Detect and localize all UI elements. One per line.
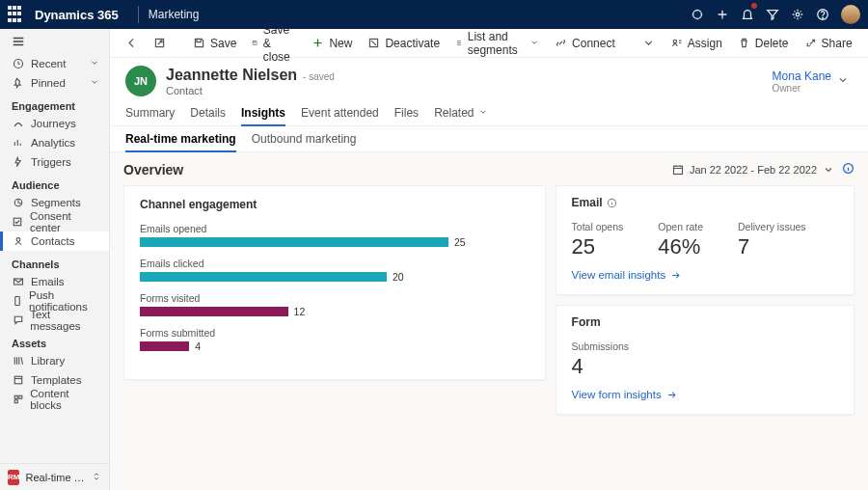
stat-label: Delivery issues bbox=[738, 221, 806, 232]
record-header: JN Jeannette Nielsen - saved Contact Mon… bbox=[110, 58, 868, 100]
user-avatar[interactable] bbox=[841, 5, 860, 24]
tab-events[interactable]: Event attended bbox=[301, 100, 379, 125]
lightbulb-icon[interactable] bbox=[685, 0, 710, 29]
info-icon[interactable] bbox=[607, 198, 617, 208]
help-icon[interactable] bbox=[810, 0, 835, 29]
arrow-right-icon bbox=[670, 270, 681, 281]
email-icon bbox=[12, 276, 25, 287]
delete-button[interactable]: Delete bbox=[732, 30, 795, 57]
svg-rect-20 bbox=[673, 166, 682, 174]
chevron-down-icon bbox=[478, 106, 488, 120]
sidebar-item-analytics[interactable]: Analytics bbox=[0, 133, 109, 152]
chevron-up-down-icon bbox=[92, 472, 101, 483]
sidebar-item-label: Segments bbox=[31, 197, 81, 208]
area-switcher[interactable]: RM Real-time marketi.. bbox=[0, 463, 109, 490]
overview-title: Overview bbox=[123, 162, 183, 177]
view-email-insights-link[interactable]: View email insights bbox=[572, 269, 838, 281]
bell-icon[interactable] bbox=[735, 0, 760, 29]
chart-bar-row: Forms visited12 bbox=[140, 292, 529, 317]
insights-body: Overview Jan 22 2022 - Feb 22 2022 Chann… bbox=[110, 152, 868, 490]
gear-icon[interactable] bbox=[785, 0, 810, 29]
plus-icon[interactable] bbox=[710, 0, 735, 29]
new-button[interactable]: New bbox=[306, 30, 358, 57]
tab-files[interactable]: Files bbox=[394, 100, 419, 125]
app-launcher-icon[interactable] bbox=[8, 6, 25, 23]
sidebar-item-emails[interactable]: Emails bbox=[0, 272, 109, 291]
sidebar-item-templates[interactable]: Templates bbox=[0, 370, 109, 390]
chart-bar bbox=[140, 307, 288, 316]
sidebar-item-label: Emails bbox=[31, 276, 65, 287]
connect-split-button[interactable] bbox=[637, 30, 661, 57]
sidebar-item-journeys[interactable]: Journeys bbox=[0, 114, 109, 133]
tab-insights[interactable]: Insights bbox=[241, 100, 285, 125]
chart-bar bbox=[140, 272, 387, 282]
chart-bar-value: 20 bbox=[393, 271, 404, 283]
sidebar-item-blocks[interactable]: Content blocks bbox=[0, 390, 109, 409]
owner-field[interactable]: Mona Kane Owner bbox=[773, 69, 853, 94]
sidebar-item-label: Contacts bbox=[31, 235, 74, 247]
segments-icon bbox=[12, 197, 25, 208]
back-button[interactable] bbox=[120, 30, 144, 57]
sidebar-item-consent[interactable]: Consent center bbox=[0, 212, 109, 231]
svg-rect-12 bbox=[18, 395, 21, 398]
clock-icon bbox=[12, 58, 25, 69]
connect-button[interactable]: Connect bbox=[549, 30, 621, 57]
saved-indicator: - saved bbox=[303, 71, 335, 82]
svg-point-16 bbox=[673, 40, 676, 42]
open-new-window-button[interactable] bbox=[148, 30, 172, 57]
deactivate-button[interactable]: Deactivate bbox=[362, 30, 446, 57]
sidebar-item-label: Analytics bbox=[31, 137, 75, 149]
sidebar-recent[interactable]: Recent bbox=[0, 54, 109, 73]
sidebar-item-triggers[interactable]: Triggers bbox=[0, 152, 109, 172]
subtab-rtm[interactable]: Real-time marketing bbox=[125, 126, 236, 151]
svg-rect-13 bbox=[14, 400, 17, 403]
chart-bar-label: Emails opened bbox=[140, 223, 529, 234]
view-form-insights-link[interactable]: View form insights bbox=[572, 389, 838, 400]
sidebar-item-segments[interactable]: Segments bbox=[0, 193, 109, 212]
sidebar-group-engagement: Engagement bbox=[0, 96, 109, 114]
sidebar-label: Recent bbox=[31, 58, 66, 69]
area-badge: RM bbox=[8, 470, 19, 485]
sidebar-group-assets: Assets bbox=[0, 334, 109, 351]
header-divider bbox=[138, 6, 139, 23]
sms-icon bbox=[12, 314, 24, 326]
stat-open-rate: 46% bbox=[658, 234, 703, 259]
more-commands-button[interactable] bbox=[862, 30, 868, 57]
consent-icon bbox=[12, 216, 24, 228]
share-button[interactable]: Share bbox=[799, 30, 858, 57]
assign-button[interactable]: Assign bbox=[665, 30, 728, 57]
svg-point-7 bbox=[16, 238, 20, 242]
svg-point-1 bbox=[796, 13, 800, 16]
arrow-right-icon bbox=[666, 390, 677, 400]
svg-rect-10 bbox=[14, 376, 22, 384]
hamburger-icon[interactable] bbox=[0, 29, 109, 54]
pin-icon bbox=[12, 77, 25, 89]
tab-details[interactable]: Details bbox=[190, 100, 226, 125]
info-icon[interactable] bbox=[842, 162, 854, 177]
sidebar-item-library[interactable]: Library bbox=[0, 351, 109, 370]
cmd-label: Assign bbox=[688, 37, 722, 50]
sidebar-item-contacts[interactable]: Contacts bbox=[0, 231, 109, 251]
tab-summary[interactable]: Summary bbox=[125, 100, 175, 125]
tab-related[interactable]: Related bbox=[434, 100, 487, 125]
trigger-icon bbox=[12, 156, 25, 168]
svg-point-0 bbox=[693, 11, 702, 19]
chevron-down-icon bbox=[90, 58, 99, 69]
product-brand: Dynamics 365 bbox=[35, 8, 119, 22]
filter-icon[interactable] bbox=[760, 0, 785, 29]
cmd-label: Connect bbox=[572, 37, 615, 50]
sidebar-item-label: Triggers bbox=[31, 156, 71, 168]
chart-bar-value: 12 bbox=[294, 306, 306, 317]
save-close-button[interactable]: Save & close bbox=[246, 30, 302, 57]
subtab-obm[interactable]: Outbound marketing bbox=[252, 126, 357, 151]
date-range-picker[interactable]: Jan 22 2022 - Feb 22 2022 bbox=[672, 164, 834, 176]
save-button[interactable]: Save bbox=[187, 30, 242, 57]
sidebar-item-texts[interactable]: Text messages bbox=[0, 311, 109, 330]
stat-delivery-issues: 7 bbox=[738, 234, 806, 259]
chart-bar-row: Emails clicked20 bbox=[140, 258, 529, 283]
list-segments-button[interactable]: List and segments bbox=[449, 30, 545, 57]
command-bar: Save Save & close New Deactivate List an… bbox=[110, 29, 868, 58]
chart-bar-value: 25 bbox=[454, 236, 466, 248]
sidebar-item-push[interactable]: Push notifications bbox=[0, 291, 109, 311]
sidebar-pinned[interactable]: Pinned bbox=[0, 73, 109, 93]
